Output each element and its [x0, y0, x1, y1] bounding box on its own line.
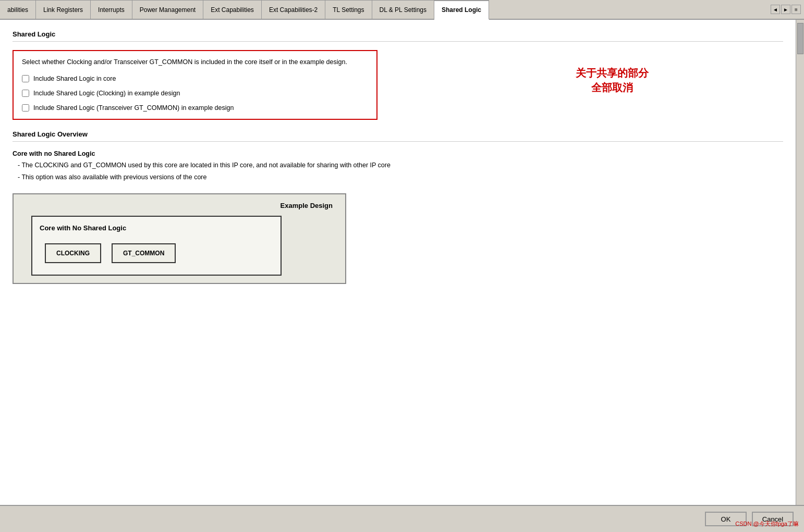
checkbox-row-3: Include Shared Logic (Transceiver GT_COM… [22, 104, 368, 112]
diagram-blocks: CLOCKING GT_COMMON [40, 239, 273, 267]
cancel-button[interactable]: Cancel [752, 512, 794, 526]
scrollbar-thumb[interactable] [797, 23, 803, 54]
tab-nav-buttons: ◄ ► ≡ [768, 0, 804, 19]
diagram-title: Example Design [21, 202, 338, 209]
checkbox-label-2: Include Shared Logic (Clocking) in examp… [33, 90, 180, 97]
tab-abilities[interactable]: abilities [0, 0, 36, 19]
shared-logic-options-box: Select whether Clocking and/or Transceiv… [13, 50, 377, 120]
bottom-bar: OK Cancel [0, 505, 804, 532]
ok-button[interactable]: OK [705, 512, 747, 526]
tab-ext-capabilities-2[interactable]: Ext Capabilities-2 [262, 0, 325, 19]
checkbox-row-2: Include Shared Logic (Clocking) in examp… [22, 90, 368, 97]
tab-link-registers[interactable]: Link Registers [36, 0, 91, 19]
diagram-block-gt-common: GT_COMMON [112, 243, 176, 263]
section-divider-2 [13, 141, 783, 142]
overview-section: Shared Logic Overview Core with no Share… [13, 130, 783, 183]
tab-prev-button[interactable]: ◄ [771, 5, 780, 14]
tab-menu-button[interactable]: ≡ [791, 5, 801, 14]
tab-ext-capabilities[interactable]: Ext Capabilities [203, 0, 262, 19]
shared-logic-section-title: Shared Logic [13, 30, 783, 38]
overview-line-1: - The CLOCKING and GT_COMMON used by thi… [18, 159, 783, 171]
diagram-inner-box: Core with No Shared Logic CLOCKING GT_CO… [31, 216, 282, 276]
diagram-block-clocking: CLOCKING [45, 243, 101, 263]
checkbox-include-clocking[interactable] [22, 90, 29, 97]
overview-section-title: Shared Logic Overview [13, 130, 783, 138]
checkbox-include-core[interactable] [22, 75, 29, 82]
annotation-text: 关于共享的部分 全部取消 [576, 66, 649, 95]
section-divider-1 [13, 41, 783, 42]
overview-bold-text: Core with no Shared Logic [13, 150, 783, 157]
tab-bar: abilities Link Registers Interrupts Powe… [0, 0, 804, 20]
tab-dl-pl-settings[interactable]: DL & PL Settings [372, 0, 435, 19]
scrollbar-track[interactable] [796, 20, 804, 505]
checkbox-row-1: Include Shared Logic in core [22, 75, 368, 82]
tab-power-management[interactable]: Power Management [132, 0, 203, 19]
overview-line-2: - This option was also available with pr… [18, 171, 783, 183]
tab-shared-logic[interactable]: Shared Logic [434, 0, 489, 20]
checkbox-include-gt-common[interactable] [22, 104, 29, 112]
main-wrapper: Shared Logic Select whether Clocking and… [0, 20, 804, 505]
tab-tl-settings[interactable]: TL Settings [325, 0, 372, 19]
content-area: Shared Logic Select whether Clocking and… [0, 20, 796, 505]
checkbox-label-1: Include Shared Logic in core [33, 75, 116, 82]
tab-interrupts[interactable]: Interrupts [91, 0, 132, 19]
diagram-inner-title: Core with No Shared Logic [40, 224, 273, 232]
checkbox-label-3: Include Shared Logic (Transceiver GT_COM… [33, 104, 234, 112]
options-description: Select whether Clocking and/or Transceiv… [22, 58, 368, 66]
diagram-container: Example Design Core with No Shared Logic… [13, 193, 346, 284]
tab-next-button[interactable]: ► [781, 5, 790, 14]
